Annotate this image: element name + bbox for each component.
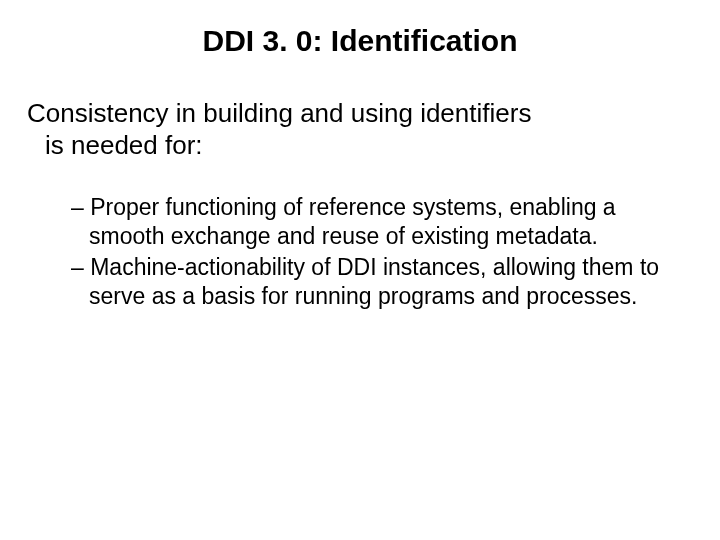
list-item: – Proper functioning of reference system… [71,193,665,251]
slide: DDI 3. 0: Identification Consistency in … [0,0,720,540]
intro-text: Consistency in building and using identi… [25,98,695,161]
intro-line-2: is needed for: [27,130,695,162]
page-title: DDI 3. 0: Identification [25,24,695,58]
list-item: – Machine-actionability of DDI instances… [71,253,665,311]
bullet-list: – Proper functioning of reference system… [25,193,695,310]
intro-line-1: Consistency in building and using identi… [27,98,695,130]
